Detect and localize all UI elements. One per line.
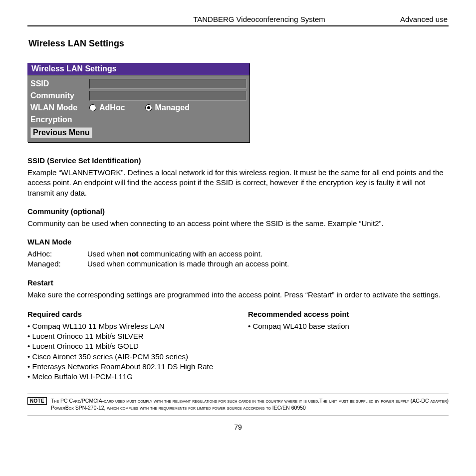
managed-term: Managed: bbox=[27, 259, 87, 269]
list-item: Compaq WL410 base station bbox=[248, 321, 449, 331]
managed-desc: Used when communication is made through … bbox=[87, 259, 289, 269]
wlan-mode-label: WLAN Mode bbox=[30, 103, 89, 112]
note-text: The PC Card/PCMCIA-card used must comply… bbox=[51, 397, 449, 411]
ssid-body: Example “WLANNETWORK”. Defines a local n… bbox=[27, 168, 449, 198]
restart-body: Make sure the corresponding settings are… bbox=[27, 290, 449, 300]
radio-icon bbox=[89, 104, 96, 111]
adhoc-term: AdHoc: bbox=[27, 249, 87, 259]
radio-icon bbox=[145, 104, 152, 111]
ssid-input[interactable] bbox=[89, 79, 246, 89]
ssid-row: SSID bbox=[30, 78, 246, 89]
previous-menu-label: Previous Menu bbox=[30, 127, 92, 138]
note-rule-top bbox=[27, 394, 449, 394]
managed-radio[interactable]: Managed bbox=[145, 103, 190, 112]
required-cards-list: Compaq WL110 11 Mbps Wireless LAN Lucent… bbox=[27, 321, 228, 382]
list-item: Enterasys Networks RoamAbout 802.11 DS H… bbox=[27, 362, 228, 372]
wlan-settings-panel: Wireless LAN Settings SSID Community WLA… bbox=[27, 63, 249, 142]
recommended-ap-heading: Recommended access point bbox=[248, 310, 449, 318]
wlan-mode-heading: WLAN Mode bbox=[27, 238, 449, 246]
encryption-label: Encryption bbox=[30, 115, 89, 124]
ssid-label: SSID bbox=[30, 79, 89, 88]
list-item: Melco Buffalo WLI-PCM-L11G bbox=[27, 372, 228, 382]
header-rule bbox=[27, 25, 449, 26]
community-heading: Community (optional) bbox=[27, 207, 449, 216]
list-item: Lucent Orinoco 11 Mbit/s SILVER bbox=[27, 331, 228, 341]
recommended-ap-list: Compaq WL410 base station bbox=[248, 321, 449, 331]
community-row: Community bbox=[30, 90, 246, 101]
ssid-heading: SSID (Service Set Identification) bbox=[27, 156, 449, 165]
page-header: TANDBERG Videoconferencing System Advanc… bbox=[27, 15, 449, 25]
note-rule-bottom bbox=[27, 416, 449, 416]
encryption-row[interactable]: Encryption bbox=[30, 114, 246, 125]
list-item: Lucent Orinoco 11 Mbit/s GOLD bbox=[27, 341, 228, 351]
previous-menu-button[interactable]: Previous Menu bbox=[30, 126, 246, 138]
community-label: Community bbox=[30, 91, 89, 100]
header-center: TANDBERG Videoconferencing System bbox=[28, 15, 400, 23]
wlan-mode-table: AdHoc: Used when not communicating with … bbox=[27, 249, 449, 269]
restart-heading: Restart bbox=[27, 278, 449, 287]
note-badge: NOTE bbox=[27, 397, 47, 405]
adhoc-label: AdHoc bbox=[99, 103, 125, 112]
page-title: Wireless LAN Settings bbox=[28, 38, 449, 49]
managed-label: Managed bbox=[155, 103, 190, 112]
community-input[interactable] bbox=[89, 91, 246, 101]
panel-header: Wireless LAN Settings bbox=[27, 63, 249, 75]
header-right: Advanced use bbox=[400, 15, 448, 23]
page-number: 79 bbox=[27, 423, 449, 431]
list-item: Cisco Aironet 350 series (AIR-PCM 350 se… bbox=[27, 352, 228, 362]
community-body: Community can be used when connecting to… bbox=[27, 219, 449, 229]
list-item: Compaq WL110 11 Mbps Wireless LAN bbox=[27, 321, 228, 331]
required-cards-heading: Required cards bbox=[27, 310, 228, 318]
wlan-mode-row: WLAN Mode AdHoc Managed bbox=[30, 102, 246, 113]
adhoc-desc: Used when not communicating with an acce… bbox=[87, 249, 262, 259]
adhoc-radio[interactable]: AdHoc bbox=[89, 103, 125, 112]
